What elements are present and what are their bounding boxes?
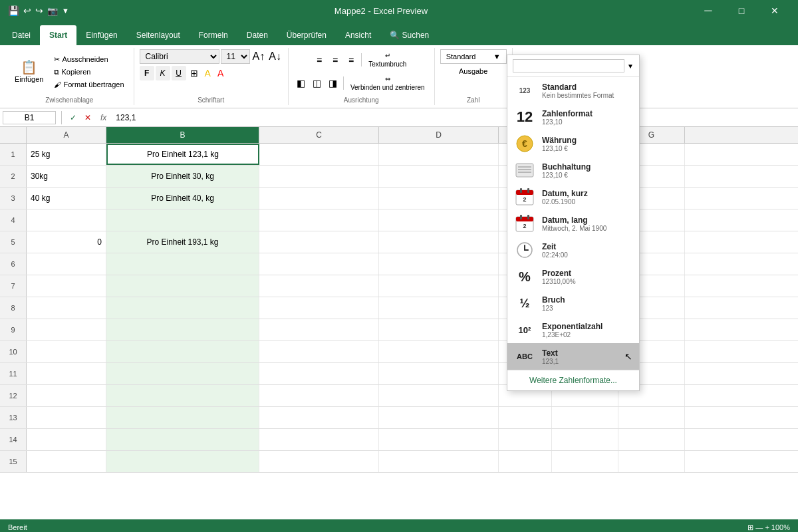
bold-button[interactable]: F bbox=[140, 66, 154, 80]
border-button[interactable]: ⊞ bbox=[188, 68, 201, 78]
col-header-a[interactable]: A bbox=[27, 127, 106, 143]
cell-c5[interactable] bbox=[259, 231, 379, 253]
cell-a3[interactable]: 40 kg bbox=[27, 188, 106, 209]
tab-einfuegen[interactable]: Einfügen bbox=[76, 25, 126, 45]
alignment-group: ≡ ≡ ≡ ↵ Textumbruch ◧ ◫ ◨ ⇔ Verbinden un… bbox=[289, 48, 435, 105]
save-icon[interactable]: 💾 bbox=[8, 5, 19, 16]
svg-rect-2 bbox=[516, 164, 533, 177]
merge-center-button[interactable]: ⇔ Verbinden und zentrieren bbox=[346, 72, 429, 94]
table-row: 12 bbox=[0, 385, 798, 407]
minimize-button[interactable]: ─ bbox=[693, 0, 724, 21]
align-right-button[interactable]: ◨ bbox=[326, 76, 340, 90]
standard-example: Kein bestimmtes Format bbox=[542, 92, 614, 99]
waehrung-example: 123,10 € bbox=[542, 145, 577, 152]
cell-a4[interactable] bbox=[27, 209, 106, 231]
customize-icon[interactable]: ▼ bbox=[62, 7, 69, 15]
table-row: 14 bbox=[0, 429, 798, 451]
format-item-text[interactable]: ABC Text 123,1 ↖ bbox=[507, 343, 639, 370]
col-header-b[interactable]: B bbox=[106, 127, 259, 143]
tab-suchen[interactable]: 🔍 Suchen bbox=[380, 25, 438, 45]
fill-color-button[interactable]: A bbox=[202, 68, 213, 78]
maximize-button[interactable]: □ bbox=[726, 0, 757, 21]
cell-reference-input[interactable]: B1 bbox=[3, 111, 56, 124]
cut-button[interactable]: ✂ Ausschneiden bbox=[50, 54, 128, 65]
format-item-buchhaltung[interactable]: Buchhaltung 123,10 € bbox=[507, 157, 639, 184]
format-item-zahlenformat[interactable]: 12 Zahlenformat 123,10 bbox=[507, 104, 639, 130]
number-format-dropdown[interactable]: Standard ▼ bbox=[440, 49, 507, 64]
checkmark-icon[interactable]: ✓ bbox=[67, 113, 79, 122]
tab-ueberpruefen[interactable]: Überprüfen bbox=[277, 25, 336, 45]
bruch-icon: ½ bbox=[514, 294, 535, 313]
col-header-c[interactable]: C bbox=[259, 127, 379, 143]
align-center-button[interactable]: ◫ bbox=[310, 76, 325, 90]
formula-input[interactable] bbox=[113, 112, 795, 124]
cell-a1[interactable]: 25 kg bbox=[27, 144, 106, 165]
paste-button[interactable]: 📋 Einfügen bbox=[11, 58, 47, 86]
cell-d4[interactable] bbox=[379, 209, 499, 231]
format-item-datum-lang[interactable]: 2 Datum, lang Mittwoch, 2. Mai 1900 bbox=[507, 210, 639, 237]
font-name-select[interactable]: Calibri bbox=[140, 49, 219, 64]
format-item-prozent[interactable]: % Prozent 12310,00% bbox=[507, 263, 639, 290]
tab-daten[interactable]: Daten bbox=[237, 25, 277, 45]
undo-icon[interactable]: ↩ bbox=[23, 5, 31, 16]
standard-name: Standard bbox=[542, 82, 614, 92]
cell-c1[interactable] bbox=[259, 144, 379, 165]
prozent-example: 12310,00% bbox=[542, 278, 576, 285]
align-top-button[interactable]: ≡ bbox=[312, 53, 327, 67]
italic-button[interactable]: K bbox=[156, 66, 170, 80]
font-row1: Calibri 11 A↑ A↓ bbox=[140, 49, 283, 64]
cell-c4[interactable] bbox=[259, 209, 379, 231]
row-header-5: 5 bbox=[0, 231, 27, 253]
font-color-button[interactable]: A bbox=[215, 68, 226, 78]
font-size-select[interactable]: 11 bbox=[221, 49, 250, 64]
increase-font-icon[interactable]: A↑ bbox=[251, 51, 267, 63]
copy-button[interactable]: ⧉ Kopieren bbox=[50, 66, 128, 78]
cell-d3[interactable] bbox=[379, 188, 499, 209]
tab-formeln[interactable]: Formeln bbox=[190, 25, 237, 45]
format-painter-icon: 🖌 bbox=[54, 80, 61, 88]
text-wrap-button[interactable]: ↵ Textumbruch bbox=[364, 49, 410, 70]
format-item-standard[interactable]: 123 Standard Kein bestimmtes Format bbox=[507, 77, 639, 104]
cell-d1[interactable] bbox=[379, 144, 499, 165]
tab-ansicht[interactable]: Ansicht bbox=[336, 25, 380, 45]
cell-d5[interactable] bbox=[379, 231, 499, 253]
ausgabe-label: Ausgabe bbox=[459, 66, 487, 76]
col-header-d[interactable]: D bbox=[379, 127, 499, 143]
cell-b3[interactable]: Pro Einheit 40, kg bbox=[106, 188, 259, 209]
cell-c2[interactable] bbox=[259, 166, 379, 187]
cell-b5[interactable]: Pro Einheit 193,1 kg bbox=[106, 231, 259, 253]
format-item-datum-kurz[interactable]: 2 Datum, kurz 02.05.1900 bbox=[507, 184, 639, 210]
table-row: 4 bbox=[0, 209, 798, 231]
format-item-bruch[interactable]: ½ Bruch 123 bbox=[507, 290, 639, 317]
format-item-exponential[interactable]: 10² Exponentialzahl 1,23E+02 bbox=[507, 317, 639, 343]
cell-c3[interactable] bbox=[259, 188, 379, 209]
more-formats-button[interactable]: Weitere Zahlenformate... bbox=[507, 370, 639, 390]
tab-seitenlayout[interactable]: Seitenlayout bbox=[127, 25, 190, 45]
cell-b1[interactable]: Pro Einheit 123,1 kg bbox=[106, 144, 259, 165]
cell-b2[interactable]: Pro Einheit 30, kg bbox=[106, 166, 259, 187]
align-bottom-button[interactable]: ≡ bbox=[344, 53, 358, 67]
underline-button[interactable]: U bbox=[172, 66, 186, 80]
format-painter-button[interactable]: 🖌 Format übertragen bbox=[50, 79, 128, 90]
format-search-input[interactable] bbox=[513, 59, 624, 72]
cell-b4[interactable] bbox=[106, 209, 259, 231]
format-item-waehrung[interactable]: € Währung 123,10 € bbox=[507, 130, 639, 157]
redo-icon[interactable]: ↪ bbox=[35, 5, 43, 16]
format-item-zeit[interactable]: Zeit 02:24:00 bbox=[507, 237, 639, 263]
align-middle-button[interactable]: ≡ bbox=[328, 53, 342, 67]
copy-label: Kopieren bbox=[61, 68, 90, 76]
cancel-icon[interactable]: ✕ bbox=[82, 113, 94, 122]
alignment-content: ≡ ≡ ≡ ↵ Textumbruch ◧ ◫ ◨ ⇔ Verbinden un… bbox=[294, 49, 429, 94]
cell-d2[interactable] bbox=[379, 166, 499, 187]
close-button[interactable]: ✕ bbox=[759, 0, 790, 21]
tab-datei[interactable]: Datei bbox=[3, 25, 40, 45]
cell-a2[interactable]: 30kg bbox=[27, 166, 106, 187]
decrease-font-icon[interactable]: A↓ bbox=[267, 51, 283, 63]
tab-start[interactable]: Start bbox=[40, 25, 76, 45]
window-controls: ─ □ ✕ bbox=[693, 0, 790, 21]
buchhaltung-text: Buchhaltung 123,10 € bbox=[542, 162, 591, 179]
camera-icon[interactable]: 📷 bbox=[47, 6, 58, 16]
rows-container: 1 25 kg Pro Einheit 123,1 kg 2 30kg Pro … bbox=[0, 144, 798, 519]
cell-a5[interactable]: 0 bbox=[27, 231, 106, 253]
align-left-button[interactable]: ◧ bbox=[294, 76, 309, 90]
